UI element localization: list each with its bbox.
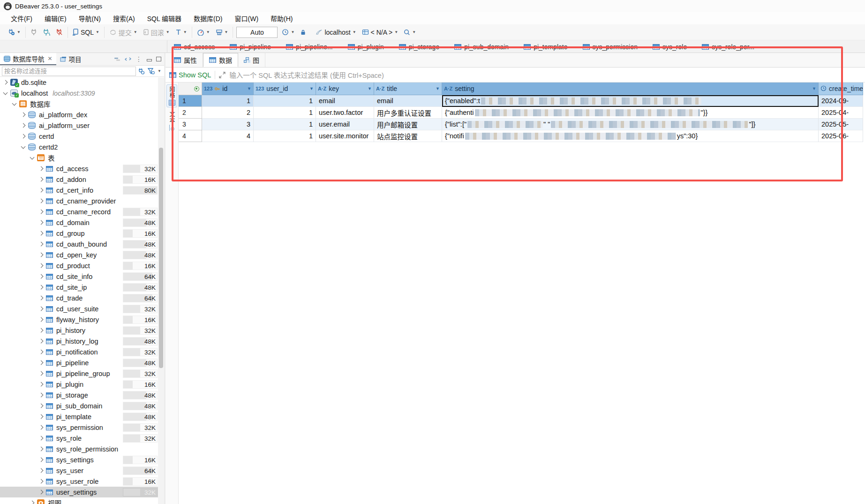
cell-key[interactable]: user.email	[316, 119, 374, 130]
cell-id[interactable]: 2	[202, 107, 254, 119]
tree-item-数据库[interactable]: 数据库	[0, 98, 164, 109]
reconnect-button[interactable]	[41, 28, 52, 37]
expander-icon[interactable]	[39, 458, 44, 462]
cell-title[interactable]: 站点监控设置	[374, 130, 442, 142]
tree-item-db.sqlite[interactable]: db.sqlite	[0, 77, 164, 88]
cell-setting[interactable]: {"list":["" ""]}	[442, 119, 819, 130]
cell-create_time[interactable]: 2025-05-	[819, 119, 863, 130]
expander-icon[interactable]	[39, 242, 44, 247]
active-connection-selector[interactable]: localhost ▼	[314, 28, 357, 37]
tree-item-pi_history_log[interactable]: pi_history_log48K	[0, 336, 164, 346]
tree-item-pi_template[interactable]: pi_template48K	[0, 411, 164, 422]
close-icon[interactable]: ✕	[48, 55, 53, 62]
result-tab-属性[interactable]: 属性	[168, 53, 203, 67]
lock-button[interactable]	[299, 28, 308, 37]
tree-item-cd_access[interactable]: cd_access32K	[0, 163, 164, 174]
menu-item[interactable]: 数据库(D)	[188, 13, 228, 24]
commit-button[interactable]: 提交 ▼	[108, 27, 139, 38]
tree-item-cd_open_key[interactable]: cd_open_key48K	[0, 249, 164, 260]
filter-caret-icon[interactable]: ▼	[309, 86, 314, 91]
row-number-cell[interactable]: 3	[179, 119, 202, 130]
editor-tab[interactable]: sys_role	[646, 41, 695, 53]
tree-item-certd[interactable]: certd	[0, 131, 164, 142]
cell-user_id[interactable]: 1	[254, 119, 316, 130]
tree-item-flyway_history[interactable]: flyway_history16K	[0, 314, 164, 325]
tree-item-sys_role[interactable]: sys_role32K	[0, 433, 164, 444]
cell-key[interactable]: user.site.monitor	[316, 130, 374, 142]
tree-item-pi_pipeline[interactable]: pi_pipeline48K	[0, 357, 164, 368]
cell-setting[interactable]: {"notifiys":30}	[442, 130, 819, 142]
editor-tab[interactable]: pi_plugin	[341, 41, 392, 53]
cell-key[interactable]: email	[316, 95, 374, 107]
filter-caret-icon[interactable]: ▼	[436, 86, 440, 91]
editor-tab[interactable]: sys_permission	[576, 41, 646, 53]
expander-icon[interactable]	[39, 447, 44, 451]
show-sql-button[interactable]: Show SQL	[169, 71, 211, 79]
view-menu-icon[interactable]: ⋮	[135, 55, 143, 63]
cell-user_id[interactable]: 1	[254, 107, 316, 119]
tab-database-navigator[interactable]: 数据库导航 ✕	[0, 53, 56, 65]
cell-title[interactable]: 用户多重认证设置	[374, 107, 442, 119]
connection-filter-icon[interactable]	[138, 68, 145, 75]
result-tab-数据[interactable]: 数据	[203, 53, 238, 67]
menu-item[interactable]: 帮助(H)	[264, 13, 299, 24]
tree-item-pi_plugin[interactable]: pi_plugin16K	[0, 379, 164, 390]
cell-setting[interactable]: {"authenti"}}	[442, 107, 819, 119]
expander-icon[interactable]	[39, 166, 44, 171]
editor-tab[interactable]: pi_storage	[392, 41, 448, 53]
cell-create_time[interactable]: 2024-09-	[819, 95, 863, 107]
expander-icon[interactable]	[39, 414, 44, 419]
filter-caret-icon[interactable]: ▼	[247, 86, 251, 91]
cell-user_id[interactable]: 1	[254, 95, 316, 107]
cell-user_id[interactable]: 1	[254, 130, 316, 142]
menu-item[interactable]: 编辑(E)	[38, 13, 73, 24]
editor-tab[interactable]: pi_pipeline	[223, 41, 279, 53]
cell-title[interactable]: email	[374, 95, 442, 107]
filter-caret-icon[interactable]: ▼	[812, 86, 816, 91]
expander-icon[interactable]	[39, 210, 44, 214]
expander-icon[interactable]	[39, 263, 44, 268]
expander-icon[interactable]	[39, 425, 44, 430]
tree-item-pi_pipeline_group[interactable]: pi_pipeline_group32K	[0, 368, 164, 379]
column-header-create_time[interactable]: create_time▼	[819, 83, 863, 95]
expand-filter-icon[interactable]	[219, 72, 226, 78]
tree-item-cd_group[interactable]: cd_group16K	[0, 228, 164, 239]
filter-caret-icon[interactable]: ▼	[368, 86, 372, 91]
editor-tab[interactable]: pi_sub_domain	[448, 41, 517, 53]
column-header-key[interactable]: A·Zkey▼	[316, 83, 374, 95]
cell-title[interactable]: 用户邮箱设置	[374, 119, 442, 130]
expander-icon[interactable]	[30, 155, 35, 159]
column-header-setting[interactable]: A·Zsetting▼	[442, 83, 819, 95]
tree-item-cd_cert_info[interactable]: cd_cert_info80K	[0, 185, 164, 196]
link-editor-icon[interactable]	[125, 56, 131, 62]
cell-id[interactable]: 1	[202, 95, 254, 107]
expander-icon[interactable]	[39, 274, 44, 279]
minimize-panel-icon[interactable]	[147, 59, 152, 61]
expander-icon[interactable]	[39, 199, 44, 203]
editor-tab[interactable]: pi_pipeline...	[279, 41, 341, 53]
expander-icon[interactable]	[21, 123, 26, 128]
tree-item-sys_permission[interactable]: sys_permission32K	[0, 422, 164, 433]
scrollbar-thumb[interactable]	[159, 148, 163, 368]
row-number-cell[interactable]: 2	[179, 107, 202, 119]
grid-presentation-button[interactable]: 网格	[166, 84, 177, 107]
expander-icon[interactable]	[39, 339, 44, 344]
tree-item-pi_notification[interactable]: pi_notification32K	[0, 346, 164, 357]
tree-item-cd_site_info[interactable]: cd_site_info64K	[0, 271, 164, 282]
tree-item-cd_site_ip[interactable]: cd_site_ip48K	[0, 282, 164, 293]
column-header-user_id[interactable]: 123user_id▼	[254, 83, 316, 95]
tree-item-cd_cname_provider[interactable]: cd_cname_provider	[0, 196, 164, 206]
expander-icon[interactable]	[3, 80, 8, 85]
editor-tab[interactable]: sys_role_per...	[695, 41, 763, 53]
commit-mode-field[interactable]: Auto	[236, 27, 278, 38]
maximize-panel-icon[interactable]	[156, 57, 161, 61]
expander-icon[interactable]	[21, 134, 26, 139]
expander-icon[interactable]	[39, 296, 44, 301]
tree-item-sys_settings[interactable]: sys_settings16K	[0, 454, 164, 465]
expander-icon[interactable]	[21, 113, 26, 117]
tree-item-cd_user_suite[interactable]: cd_user_suite32K	[0, 303, 164, 314]
menu-item[interactable]: SQL 编辑器	[141, 13, 188, 24]
performance-button[interactable]: ▼	[196, 28, 211, 37]
row-number-cell[interactable]: 4	[179, 130, 202, 142]
expander-icon[interactable]	[39, 436, 44, 441]
